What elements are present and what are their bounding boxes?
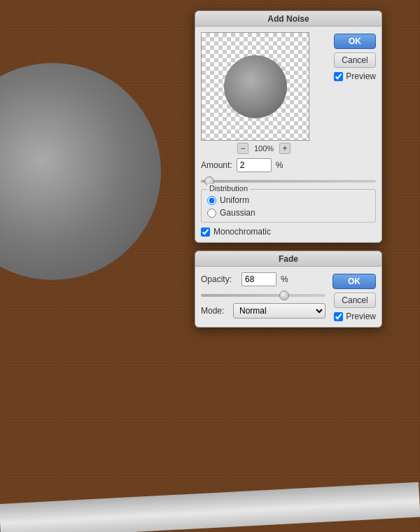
amount-unit: %: [276, 160, 284, 170]
mode-label: Mode:: [201, 306, 229, 316]
gaussian-radio[interactable]: [207, 209, 216, 218]
fade-dialog: Fade Opacity: % Mode: Normal Multi: [195, 251, 382, 328]
opacity-input[interactable]: [241, 272, 276, 286]
fade-title: Fade: [195, 251, 382, 267]
opacity-slider[interactable]: [201, 294, 326, 297]
zoom-level: 100%: [254, 144, 274, 153]
distribution-group: Distribution Uniform Gaussian: [201, 189, 376, 223]
fade-cancel-button[interactable]: Cancel: [334, 293, 376, 308]
uniform-radio[interactable]: [207, 196, 216, 205]
amount-slider[interactable]: [201, 180, 376, 183]
amount-label: Amount:: [201, 160, 232, 170]
add-noise-cancel-button[interactable]: Cancel: [334, 52, 376, 68]
noise-preview-canvas: [201, 32, 309, 141]
monochromatic-checkbox[interactable]: [201, 227, 210, 237]
add-noise-ok-button[interactable]: OK: [334, 34, 376, 49]
uniform-label: Uniform: [220, 195, 249, 205]
monochromatic-row: Monochromatic: [201, 227, 376, 237]
add-noise-preview-label: Preview: [346, 71, 376, 81]
zoom-in-button[interactable]: +: [279, 143, 290, 154]
mode-select[interactable]: Normal Multiply Screen Overlay Dissolve: [233, 303, 326, 318]
fade-preview-checkbox[interactable]: [334, 312, 343, 321]
opacity-unit: %: [281, 274, 288, 284]
add-noise-dialog: Add Noise − 100% + OK Cancel Preview: [195, 10, 382, 243]
fade-ok-button[interactable]: OK: [332, 274, 376, 289]
amount-input[interactable]: [237, 158, 272, 172]
zoom-out-button[interactable]: −: [237, 143, 248, 154]
opacity-label: Opacity:: [201, 274, 237, 284]
monochromatic-label: Monochromatic: [214, 227, 271, 237]
fade-preview-label: Preview: [346, 312, 376, 321]
gaussian-label: Gaussian: [220, 208, 255, 218]
add-noise-preview-checkbox[interactable]: [334, 72, 343, 81]
preview-circle: [224, 55, 287, 118]
add-noise-title: Add Noise: [195, 11, 382, 27]
distribution-label: Distribution: [207, 184, 250, 192]
